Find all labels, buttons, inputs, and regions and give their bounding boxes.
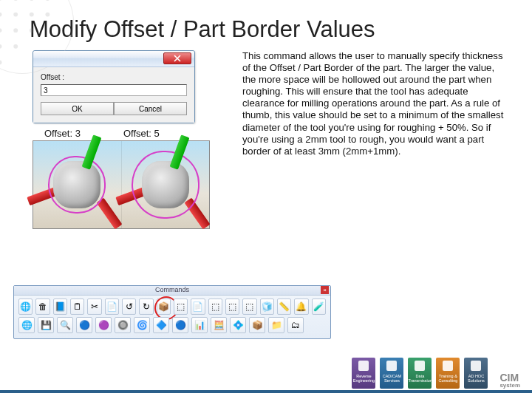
page-title: Modify Offset / Part Border Values <box>0 0 532 50</box>
toolbar-button[interactable]: 🔷 <box>153 317 169 333</box>
dialog-titlebar[interactable] <box>33 51 194 67</box>
offset-preview-image <box>33 140 210 229</box>
toolbar-button[interactable]: 🔵 <box>76 317 92 333</box>
tooth-model-icon <box>142 161 189 208</box>
toolbar-button[interactable]: 📁 <box>268 317 284 333</box>
toolbar-button[interactable]: 🧮 <box>211 317 227 333</box>
toolbar-button[interactable]: 🧪 <box>312 299 326 315</box>
offset-field-label: Offset : <box>41 73 187 81</box>
brand-logo: CIM system <box>499 372 520 389</box>
toolbar-button[interactable]: ✂ <box>87 299 101 315</box>
offset-caption-5: Offset: 5 <box>123 128 160 139</box>
footer-badge: AD HOC Solutions <box>464 358 488 389</box>
toolbar-button[interactable]: 🟣 <box>95 317 112 333</box>
tooth-model-icon <box>53 161 100 208</box>
toolbar-button[interactable]: 🗑 <box>35 299 50 315</box>
toolbar-button[interactable]: ⬚ <box>174 299 188 315</box>
footer-badge: Reverse Engineering <box>352 358 375 389</box>
description-text: This command allows the user to manually… <box>242 50 510 157</box>
footer-logos: Reverse Engineering CAD/CAM Services Dat… <box>352 358 520 389</box>
toolbar-button[interactable]: 🧊 <box>260 299 274 315</box>
toolbar-button[interactable]: 🗒 <box>70 299 84 315</box>
commands-toolbar: Commands × 🌐🗑📘🗒✂📄↺↻📦⬚📄⬚⬚⬚🧊📏🔔🧪 🌐💾🔍🔵🟣🔘🌀🔷🔵📊… <box>13 285 331 339</box>
toolbar-button[interactable]: 🔘 <box>115 317 131 333</box>
footer-badge: CAD/CAM Services <box>380 358 403 389</box>
close-icon[interactable] <box>163 52 191 64</box>
offset-dialog: Offset : OK Cancel <box>33 50 195 123</box>
commands-toolbar-title[interactable]: Commands × <box>14 286 330 296</box>
footer-accent-bar <box>0 390 532 393</box>
toolbar-button[interactable]: 📘 <box>53 299 67 315</box>
footer-badge: Training & Consulting <box>436 358 460 389</box>
cancel-button[interactable]: Cancel <box>114 102 187 115</box>
toolbar-button[interactable]: 📏 <box>277 299 291 315</box>
offset-caption-3: Offset: 3 <box>44 128 81 139</box>
toolbar-button[interactable]: 💠 <box>230 317 246 333</box>
toolbar-button[interactable]: 🔍 <box>57 317 73 333</box>
toolbar-button[interactable]: 📄 <box>191 299 205 315</box>
toolbar-button[interactable]: 📦 <box>157 299 171 315</box>
toolbar-button[interactable]: 📄 <box>105 299 119 315</box>
offset-input[interactable] <box>41 84 187 96</box>
footer-badge: Data Transmission <box>408 358 432 389</box>
toolbar-button[interactable]: ⬚ <box>242 299 256 315</box>
toolbar-button[interactable]: 🌀 <box>134 317 150 333</box>
close-icon[interactable]: × <box>321 286 329 294</box>
toolbar-button[interactable]: 💾 <box>38 317 54 333</box>
toolbar-button[interactable]: 🔔 <box>294 299 308 315</box>
toolbar-button[interactable]: ↺ <box>122 299 136 315</box>
toolbar-button[interactable]: ⬚ <box>208 299 222 315</box>
toolbar-button[interactable]: 🌐 <box>18 299 33 315</box>
toolbar-button[interactable]: 🔵 <box>172 317 188 333</box>
toolbar-button[interactable]: 🌐 <box>18 317 35 333</box>
toolbar-button[interactable]: ↻ <box>139 299 153 315</box>
toolbar-button[interactable]: 🗂 <box>287 317 304 333</box>
toolbar-button[interactable]: 📦 <box>249 317 265 333</box>
toolbar-button[interactable]: 📊 <box>191 317 208 333</box>
ok-button[interactable]: OK <box>41 102 114 115</box>
toolbar-button[interactable]: ⬚ <box>225 299 239 315</box>
